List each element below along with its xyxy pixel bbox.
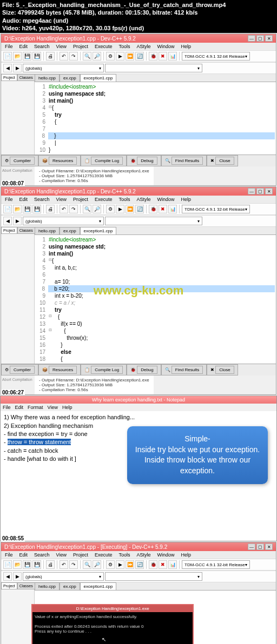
info-callout: Simple- Inside try block we put our exce… <box>127 426 268 484</box>
redo-icon[interactable]: ↷ <box>69 52 78 61</box>
meta-size: Size: 47999245 bytes (45.78 MiB), durati… <box>2 9 275 16</box>
notepad-body[interactable]: 1) Why there was a need for exception ha… <box>1 411 276 541</box>
new-file-icon[interactable]: 📄 <box>3 52 12 61</box>
console-title: D:\Exception Handling\exception1.exe <box>32 605 193 612</box>
code-editor[interactable]: 1#include<iostream> 2using namespace std… <box>35 82 276 155</box>
notepad-menu: File Edit Format View Help <box>1 404 276 411</box>
side-tab-project[interactable]: Project <box>1 74 17 81</box>
window-title: D:\Exception Handling\exception1.cpp - D… <box>4 36 136 42</box>
ide-pane-1: D:\Exception Handling\exception1.cpp - D… <box>1 33 276 186</box>
np-menu-view[interactable]: View <box>48 405 58 410</box>
tab-find-results[interactable]: 🔍 Find Results <box>161 155 207 166</box>
console-output[interactable]: Value of x or anythingException handled … <box>32 612 193 644</box>
menu-execute[interactable]: Execute <box>93 43 114 50</box>
maximize-button[interactable]: ▢ <box>256 35 264 42</box>
np-menu-edit[interactable]: Edit <box>15 405 24 410</box>
tab-compiler[interactable]: ⚙ Compiler <box>1 155 38 166</box>
window-title-exec: D:\Exception Handling\exception1.cpp - [… <box>4 544 167 550</box>
timestamp-1: 00:08:07 <box>1 180 25 186</box>
open-icon[interactable]: 📂 <box>13 52 22 61</box>
profile-icon[interactable]: 📊 <box>168 52 177 61</box>
editor-tabs: hello.cpp ex.cpp exception1.cpp <box>35 74 276 82</box>
window-controls: — ▢ ✕ <box>248 35 273 42</box>
cursor-icon: ↖ <box>102 636 106 642</box>
console-window: D:\Exception Handling\exception1.exe Val… <box>31 604 194 644</box>
toolbar-scope: ◀ ▶ (globals)▾ ▾ <box>1 62 276 74</box>
tab-hello[interactable]: hello.cpp <box>35 74 60 82</box>
window-titlebar: D:\Exception Handling\exception1.cpp - D… <box>1 34 276 43</box>
selected-text: throw = throw statement <box>8 439 71 445</box>
run-icon[interactable]: ▶ <box>116 52 124 61</box>
compile-icon[interactable]: ⚙ <box>106 52 115 61</box>
debug-icon[interactable]: 🐞 <box>149 52 157 61</box>
member-select[interactable]: ▾ <box>105 64 202 72</box>
side-tab-classes[interactable]: Classes <box>17 74 35 81</box>
compile-log: - Output Filename: D:\Exception Handling… <box>35 166 154 185</box>
tab-debug[interactable]: 🐞 Debug <box>127 155 161 166</box>
scope-select[interactable]: (globals)▾ <box>23 64 104 72</box>
print-icon[interactable]: 🖨 <box>46 52 55 61</box>
np-menu-help[interactable]: Help <box>62 405 72 410</box>
toolbar-main: 📄 📂 💾 💾 🖨 ↶ ↷ 🔍 🔎 ⚙ ▶ ⏩ 🔄 🐞 ✖ 📊 TDM-GCC … <box>1 50 276 62</box>
notepad-title: Why learn exception handling.txt - Notep… <box>1 396 276 404</box>
compiler-select[interactable]: TDM-GCC 4.9.1 32-bit Release▾ <box>182 52 250 61</box>
code-editor-2[interactable]: 1#include<iostream> 2using namespace std… <box>35 235 276 364</box>
meta-audio: Audio: mpeg4aac (und) <box>2 17 275 24</box>
rebuild-icon[interactable]: 🔄 <box>135 52 144 61</box>
menu-view[interactable]: View <box>55 43 68 50</box>
find-icon[interactable]: 🔍 <box>83 52 91 61</box>
file-metadata: File: 5_-_Exception_handling_mechanism_-… <box>0 0 277 33</box>
stop-icon[interactable]: ✖ <box>159 52 167 61</box>
back-icon[interactable]: ◀ <box>3 64 12 72</box>
menu-search[interactable]: Search <box>32 43 51 50</box>
ide-pane-4: D:\Exception Handling\exception1.cpp - [… <box>1 542 276 644</box>
meta-video: Video: h264, yuv420p, 1280x720, 30.03 fp… <box>2 24 275 32</box>
tab-compile-log[interactable]: 📋 Compile Log <box>81 155 127 166</box>
np-menu-format[interactable]: Format <box>28 405 43 410</box>
close-button[interactable]: ✕ <box>265 35 273 42</box>
menu-tools[interactable]: Tools <box>117 43 131 50</box>
meta-file: File: 5_-_Exception_handling_mechanism_-… <box>2 1 275 9</box>
menu-file[interactable]: File <box>3 43 15 50</box>
menu-edit[interactable]: Edit <box>18 43 30 50</box>
menu-astyle[interactable]: AStyle <box>135 43 152 50</box>
replace-icon[interactable]: 🔎 <box>93 52 101 61</box>
menu-bar: File Edit Search View Project Execute To… <box>1 43 276 50</box>
timestamp-2: 00:06:27 <box>1 390 25 395</box>
tab-resources[interactable]: 📦 Resources <box>38 155 81 166</box>
tab-exception1[interactable]: exception1.cpp <box>80 74 117 82</box>
save-all-icon[interactable]: 💾 <box>32 52 41 61</box>
window-title: D:\Exception Handling\exception1.cpp - D… <box>4 189 136 194</box>
compile-run-icon[interactable]: ⏩ <box>126 52 134 61</box>
ide-pane-2: D:\Exception Handling\exception1.cpp - D… <box>1 186 276 395</box>
notepad-window: Why learn exception handling.txt - Notep… <box>0 395 277 541</box>
menu-help[interactable]: Help <box>180 43 193 50</box>
menu-window[interactable]: Window <box>156 43 176 50</box>
fwd-icon[interactable]: ▶ <box>13 64 22 72</box>
menu-project[interactable]: Project <box>71 43 90 50</box>
undo-icon[interactable]: ↶ <box>60 52 68 61</box>
minimize-button[interactable]: — <box>248 35 255 42</box>
save-icon[interactable]: 💾 <box>23 52 31 61</box>
tab-ex[interactable]: ex.cpp <box>60 74 80 82</box>
output-tabs: ⚙ Compiler 📦 Resources 📋 Compile Log 🐞 D… <box>1 155 276 166</box>
np-menu-file[interactable]: File <box>3 405 11 410</box>
timestamp-3: 00:08:55 <box>1 535 25 541</box>
tab-close[interactable]: ✖ Close <box>207 155 238 166</box>
project-sidebar: Project Classes Debug <box>1 74 35 155</box>
